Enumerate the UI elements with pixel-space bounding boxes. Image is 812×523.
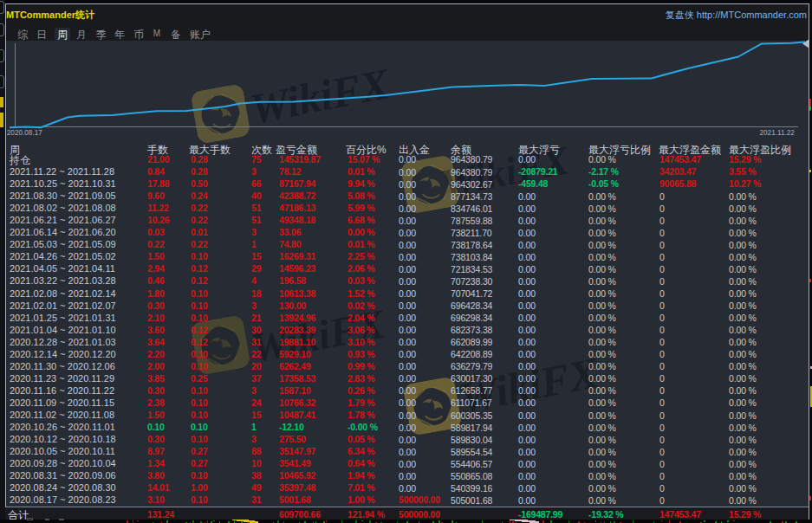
svg-text:2021.11.22: 2021.11.22 <box>760 129 796 137</box>
svg-text:2020.08.17: 2020.08.17 <box>7 129 42 137</box>
